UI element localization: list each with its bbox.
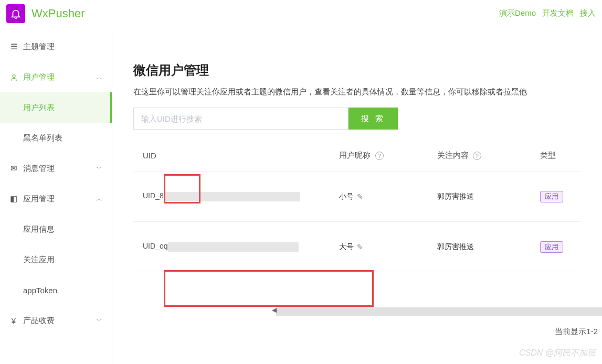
col-nickname: 用户昵称 ? (339, 151, 437, 160)
sidebar-msg-mgmt[interactable]: ✉ 消息管理 ﹀ (0, 153, 112, 184)
type-badge: 应用 (540, 241, 563, 253)
main-content: 微信用户管理 在这里你可以管理关注你应用或者主题的微信用户，查看关注者的具体情况… (112, 27, 602, 364)
search-button[interactable]: 搜 索 (348, 108, 398, 130)
horizontal-scrollbar[interactable] (276, 307, 602, 316)
col-type: 类型 (540, 151, 581, 160)
sidebar: ☰ 主题管理 用户管理 ︿ 用户列表 黑名单列表 ✉ 消息管理 ﹀ ◧ 应用管理… (0, 27, 112, 364)
app-logo (6, 4, 25, 23)
chevron-down-icon: ﹀ (96, 164, 102, 173)
cell-type: 应用 (540, 241, 581, 253)
cell-type: 应用 (540, 191, 581, 202)
sidebar-user-mgmt[interactable]: 用户管理 ︿ (0, 62, 112, 92)
bookmark-icon: ☰ (9, 42, 18, 51)
sidebar-app-info[interactable]: 应用信息 (0, 214, 112, 244)
chevron-down-icon: ﹀ (96, 316, 102, 325)
cell-nickname: 小号 ✎ (339, 192, 437, 201)
cell-uid: UID_oq (133, 242, 339, 251)
table-header: UID 用户昵称 ? 关注内容 ? 类型 (133, 140, 581, 172)
uid-mask (167, 242, 299, 252)
uid-mask (164, 192, 300, 201)
message-icon: ✉ (9, 164, 18, 173)
page-description: 在这里你可以管理关注你应用或者主题的微信用户，查看关注者的具体情况，数量等信息，… (133, 87, 581, 97)
cell-uid: UID_8 (133, 191, 339, 201)
sidebar-follow-app[interactable]: 关注应用 (0, 244, 112, 275)
link-docs[interactable]: 开发文档 (542, 8, 574, 18)
type-badge: 应用 (540, 191, 563, 202)
sidebar-blacklist[interactable]: 黑名单列表 (0, 123, 112, 153)
sidebar-user-list[interactable]: 用户列表 (0, 92, 112, 123)
page-title: 微信用户管理 (133, 62, 581, 79)
search-row: 搜 索 (133, 108, 581, 130)
uid-search-input[interactable] (133, 108, 348, 130)
main-layout: ☰ 主题管理 用户管理 ︿ 用户列表 黑名单列表 ✉ 消息管理 ﹀ ◧ 应用管理… (0, 27, 602, 364)
brand-name: WxPusher (31, 7, 85, 20)
link-integrate[interactable]: 接入 (580, 8, 596, 18)
cell-follow: 郭厉害推送 (437, 192, 540, 201)
sidebar-pricing[interactable]: ¥ 产品收费 ﹀ (0, 305, 112, 336)
app-header: WxPusher 演示Demo 开发文档 接入 (0, 0, 602, 27)
cell-nickname: 大号 ✎ (339, 242, 437, 252)
header-links: 演示Demo 开发文档 接入 (499, 8, 596, 18)
table-row: UID_oq 大号 ✎ 郭厉害推送 应用 (133, 222, 581, 272)
edit-icon[interactable]: ✎ (357, 192, 363, 201)
money-icon: ¥ (9, 316, 18, 325)
user-icon (9, 73, 18, 81)
link-demo[interactable]: 演示Demo (499, 8, 536, 18)
pagination-info: 当前显示1-2 (555, 327, 598, 337)
col-follow: 关注内容 ? (437, 151, 540, 160)
sidebar-topic-mgmt[interactable]: ☰ 主题管理 (0, 31, 112, 62)
table-row: UID_8 小号 ✎ 郭厉害推送 应用 (133, 172, 581, 222)
chevron-up-icon: ︿ (96, 73, 102, 82)
col-uid: UID (133, 151, 339, 160)
sidebar-apptoken[interactable]: appToken (0, 275, 112, 305)
help-icon[interactable]: ? (375, 152, 384, 160)
edit-icon[interactable]: ✎ (357, 243, 363, 251)
sidebar-app-mgmt[interactable]: ◧ 应用管理 ︿ (0, 184, 112, 214)
cell-follow: 郭厉害推送 (437, 242, 540, 252)
svg-point-0 (13, 74, 15, 77)
chevron-up-icon: ︿ (96, 195, 102, 204)
help-icon[interactable]: ? (473, 152, 481, 160)
app-icon: ◧ (9, 195, 18, 203)
